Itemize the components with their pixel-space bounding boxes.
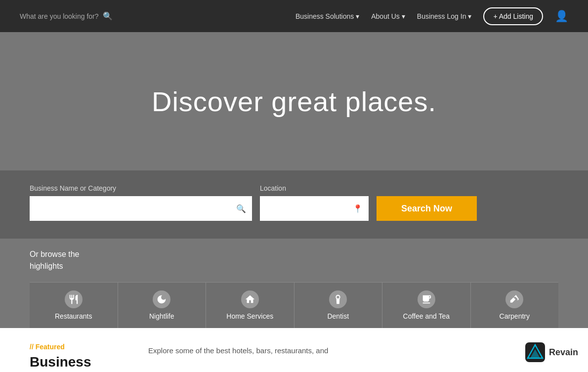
user-icon[interactable]: 👤 [555, 10, 568, 23]
restaurants-icon [65, 290, 83, 308]
add-listing-button[interactable]: + Add Listing [483, 7, 543, 25]
featured-heading: Business [30, 354, 128, 371]
nav-link-business-solutions[interactable]: Business Solutions ▾ [295, 12, 359, 20]
search-row: Business Name or Category 🔍 Location 📍 S… [30, 184, 558, 221]
chevron-down-icon: ▾ [468, 12, 471, 20]
nav-link-about-us[interactable]: About Us ▾ [371, 12, 405, 20]
nav-search-text: What are you looking for? [20, 12, 99, 20]
hero-section: Discover great places. [0, 32, 588, 170]
category-coffee[interactable]: Coffee and Tea [382, 283, 471, 328]
nav-links: Business Solutions ▾ About Us ▾ Business… [295, 7, 568, 25]
revain-text: Revain [549, 347, 578, 358]
featured-tag: // Featured [30, 343, 128, 351]
category-restaurants[interactable]: Restaurants [30, 283, 118, 328]
business-label: Business Name or Category [30, 184, 252, 192]
nav-search-area[interactable]: What are you looking for? 🔍 [20, 11, 113, 21]
category-carpentry[interactable]: Carpentry [471, 283, 559, 328]
category-dentist[interactable]: Dentist [294, 283, 383, 328]
search-icon[interactable]: 🔍 [103, 11, 113, 21]
browse-text: Or browse the highlights [30, 248, 558, 272]
category-home-services[interactable]: Home Services [206, 283, 294, 328]
category-nightlife[interactable]: Nightlife [118, 283, 207, 328]
nav-link-business-login[interactable]: Business Log In ▾ [417, 12, 472, 20]
coffee-icon [418, 290, 435, 308]
featured-description: Explore some of the best hotels, bars, r… [148, 343, 558, 371]
location-field: Location 📍 [260, 184, 369, 221]
location-input[interactable] [260, 196, 369, 221]
navbar: What are you looking for? 🔍 Business Sol… [0, 0, 588, 32]
chevron-down-icon: ▾ [402, 12, 405, 20]
home-services-icon [241, 290, 259, 308]
carpentry-label: Carpentry [500, 312, 530, 320]
featured-left: // Featured Business [30, 343, 128, 371]
carpentry-icon [505, 290, 523, 308]
browse-section: Or browse the highlights Restaurants Nig… [0, 239, 588, 328]
location-label: Location [260, 184, 369, 192]
nightlife-label: Nightlife [149, 312, 174, 320]
restaurants-label: Restaurants [55, 312, 92, 320]
chevron-down-icon: ▾ [356, 12, 359, 20]
hero-title: Discover great places. [152, 85, 436, 118]
location-input-wrap: 📍 [260, 196, 369, 221]
business-field: Business Name or Category 🔍 [30, 184, 252, 221]
featured-section: // Featured Business Explore some of the… [0, 328, 588, 372]
revain-logo-area: Revain [525, 342, 578, 362]
coffee-label: Coffee and Tea [403, 312, 450, 320]
categories-bar: Restaurants Nightlife Home Services Dent… [30, 282, 558, 328]
home-services-label: Home Services [226, 312, 273, 320]
business-input-wrap: 🔍 [30, 196, 252, 221]
search-section: Business Name or Category 🔍 Location 📍 S… [0, 170, 588, 239]
dentist-label: Dentist [327, 312, 349, 320]
search-now-button[interactable]: Search Now [377, 196, 477, 221]
revain-logo-icon [525, 342, 545, 362]
business-input[interactable] [30, 196, 252, 221]
dentist-icon [329, 290, 347, 308]
nightlife-icon [153, 290, 170, 308]
